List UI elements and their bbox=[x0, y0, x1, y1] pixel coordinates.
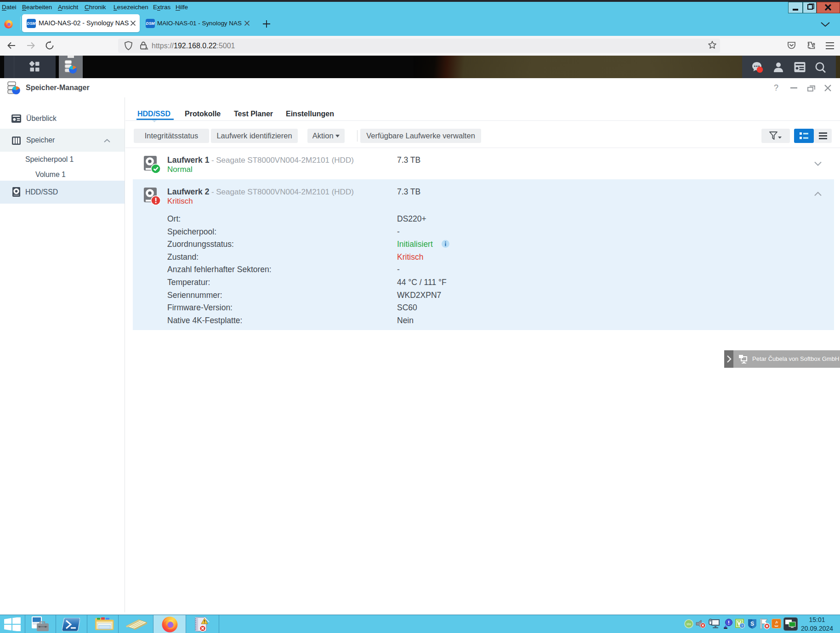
svg-text:sbx: sbx bbox=[687, 622, 692, 626]
svg-text:?: ? bbox=[741, 624, 744, 628]
svg-text:S: S bbox=[750, 621, 754, 627]
